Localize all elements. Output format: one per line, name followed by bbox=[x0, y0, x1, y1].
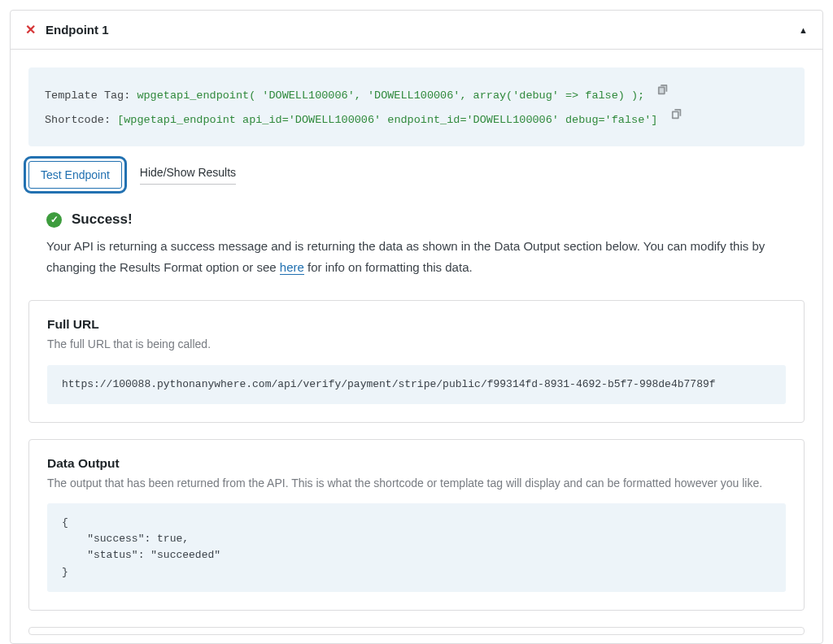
success-text: Your API is returning a success message … bbox=[46, 236, 787, 277]
success-text-after: for info on formatting this data. bbox=[304, 260, 473, 274]
data-output-title: Data Output bbox=[47, 456, 786, 471]
close-icon[interactable]: ✕ bbox=[25, 22, 36, 37]
panel-body: Template Tag: wpgetapi_endpoint( 'DOWELL… bbox=[11, 50, 822, 643]
actions-row: Test Endpoint Hide/Show Results bbox=[28, 161, 805, 189]
template-tag-value: wpgetapi_endpoint( 'DOWELL100006', 'DOWE… bbox=[137, 89, 644, 102]
next-card-placeholder bbox=[28, 627, 805, 635]
shortcode-label: Shortcode: bbox=[45, 114, 117, 126]
test-endpoint-button[interactable]: Test Endpoint bbox=[28, 161, 122, 189]
panel-header[interactable]: ✕ Endpoint 1 ▲ bbox=[11, 11, 822, 50]
data-output-value: { "success": true, "status": "succeeded"… bbox=[47, 503, 786, 592]
full-url-card: Full URL The full URL that is being call… bbox=[28, 300, 805, 423]
endpoint-panel: ✕ Endpoint 1 ▲ Template Tag: wpgetapi_en… bbox=[10, 10, 823, 644]
success-link[interactable]: here bbox=[280, 260, 304, 275]
full-url-sub: The full URL that is being called. bbox=[47, 335, 786, 353]
panel-title: Endpoint 1 bbox=[46, 23, 109, 37]
data-output-card: Data Output The output that has been ret… bbox=[28, 439, 805, 611]
code-snippet-box: Template Tag: wpgetapi_endpoint( 'DOWELL… bbox=[28, 67, 805, 146]
template-tag-row: Template Tag: wpgetapi_endpoint( 'DOWELL… bbox=[45, 82, 788, 107]
success-head: ✓ Success! bbox=[46, 211, 787, 228]
template-tag-label: Template Tag: bbox=[45, 89, 137, 102]
check-icon: ✓ bbox=[46, 212, 62, 228]
success-title: Success! bbox=[72, 211, 133, 228]
copy-icon[interactable] bbox=[671, 107, 683, 128]
full-url-value: https://100088.pythonanywhere.com/api/ve… bbox=[47, 365, 786, 404]
success-block: ✓ Success! Your API is returning a succe… bbox=[28, 211, 805, 300]
full-url-title: Full URL bbox=[47, 317, 786, 332]
chevron-up-icon[interactable]: ▲ bbox=[799, 25, 808, 35]
copy-icon[interactable] bbox=[657, 82, 669, 103]
data-output-sub: The output that has been returned from t… bbox=[47, 474, 786, 492]
shortcode-value: [wpgetapi_endpoint api_id='DOWELL100006'… bbox=[117, 114, 657, 126]
toggle-results-link[interactable]: Hide/Show Results bbox=[140, 166, 236, 185]
panel-header-left: ✕ Endpoint 1 bbox=[25, 22, 109, 37]
shortcode-row: Shortcode: [wpgetapi_endpoint api_id='DO… bbox=[45, 107, 788, 131]
